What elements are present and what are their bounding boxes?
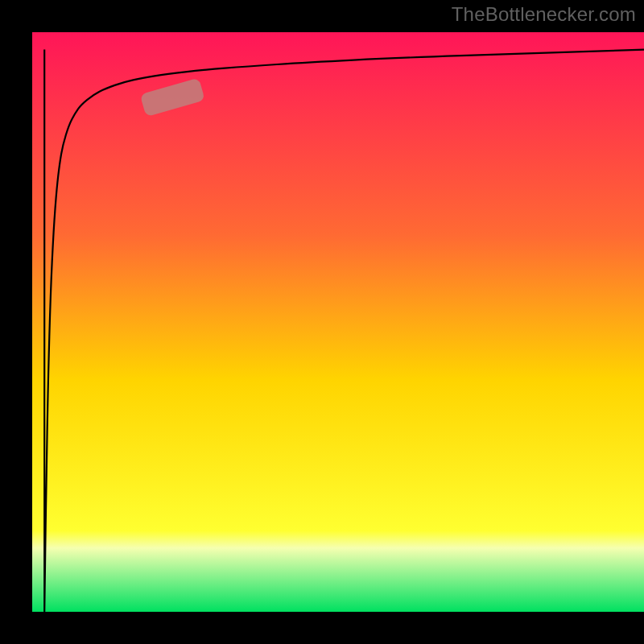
chart-plot-area xyxy=(32,32,644,612)
chart-frame: TheBottlenecker.com xyxy=(0,0,644,644)
watermark-text: TheBottlenecker.com xyxy=(452,3,636,26)
chart-svg xyxy=(32,32,644,612)
gradient-background xyxy=(32,32,644,612)
